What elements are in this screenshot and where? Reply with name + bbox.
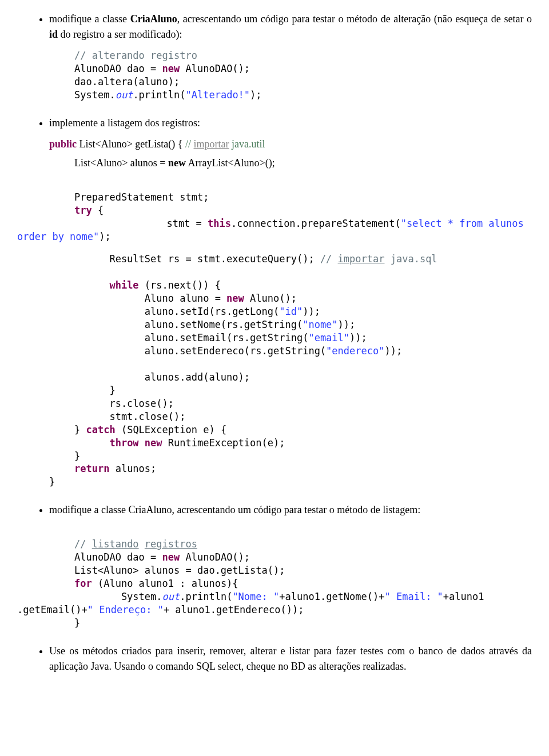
code-line: AlunoDAO(); [180,63,250,74]
static-out: out [116,89,133,101]
import-word: importar [193,138,229,150]
text: List<Aluno> alunos = [74,157,168,169]
code-line: ); [99,231,110,242]
code-line: .getEmail()+ [17,604,87,615]
code-line: System. [74,591,162,602]
code-line: rs.close(); [74,398,174,409]
code-block-altera: // alterando registro AlunoDAO dao = new… [74,49,532,102]
text: () { [168,138,185,150]
kw-this: this [208,218,231,229]
pkg: java.util [229,138,265,150]
text: List<Aluno> [77,138,135,150]
code-block-getlista: PreparedStatement stmt; try { stmt = thi… [17,178,532,489]
kw-public: public [49,138,77,150]
kw-try: try [74,205,92,216]
code-line: alunos.add(aluno); [74,371,250,383]
code-line: .connection.prepareStatement( [231,218,401,229]
import-word: importar [338,253,385,265]
code-line: .println( [133,89,185,101]
text: modifique a classe CriaAluno, acrescenta… [49,504,420,515]
code-line: )); [303,306,320,317]
text: Use os métodos criados para inserir, rem… [49,645,532,672]
string: "nome" [303,319,337,330]
code-line: aluno.setEndereco(rs.getString( [74,345,326,357]
text: , acrescentando um código para testar o … [177,13,532,25]
pkg: java.sql [384,253,437,265]
code-line: ResultSet rs = stmt.executeQuery(); [74,253,320,265]
text: ArrayList<Aluno>(); [186,157,275,169]
text: modifique a classe [49,13,130,25]
bullet-item-4: Use os métodos criados para inserir, rem… [49,643,532,674]
code-line: } [74,424,86,435]
string: " Endereço: " [87,604,164,615]
code-line: ); [250,89,261,101]
method-body-line: List<Aluno> alunos = new ArrayList<Aluno… [74,155,532,171]
code-line: AlunoDAO dao = [74,63,162,74]
code-line: .println( [180,591,232,602]
kw-throw: throw [109,437,138,449]
string: "endereco" [326,345,384,357]
code-line: alunos; [109,463,156,474]
code-line: aluno.setEmail(rs.getString( [74,332,308,343]
comment [139,538,145,550]
kw-new: new [168,157,186,169]
method-signature: public List<Aluno> getLista() { // impor… [49,137,532,152]
code-line: AlunoDAO dao = [74,551,162,563]
bullet-item-3: modifique a classe CriaAluno, acrescenta… [49,502,532,518]
bullet-item-2: implemente a listagem dos registros: [49,115,532,131]
code-line: AlunoDAO(); [180,551,250,563]
code-line: { [92,205,104,216]
code-line: +aluno1 [443,591,484,602]
kw-new: new [145,437,162,449]
code-line: RuntimeException(e); [162,437,285,449]
text: do registro a ser modificado): [58,29,182,40]
code-line: } [74,385,116,396]
code-line [74,437,109,449]
code-line: )); [384,345,402,357]
code-line: System. [74,89,116,101]
code-line: aluno.setNome(rs.getString( [74,319,303,330]
code-line: +aluno1.getNome()+ [279,591,384,602]
comment: // [320,253,338,265]
code-line: PreparedStatement stmt; [74,191,209,203]
kw-new: new [162,551,180,563]
id-word: id [49,29,58,40]
code-line: (SQLException e) { [116,424,226,435]
string: order by nome" [17,231,99,242]
kw-new: new [226,293,244,304]
code-line: aluno.setId(rs.getLong( [74,306,279,317]
static-out: out [162,591,180,602]
comment-word: listando [92,538,139,550]
method-name: getLista [135,138,168,150]
code-line: } [74,617,80,629]
code-line: + aluno1.getEndereco()); [164,604,304,615]
string: "Nome: " [232,591,279,602]
comment: // [185,138,194,150]
code-line: stmt.close(); [74,411,185,422]
code-line: (Aluno aluno1 : alunos){ [92,578,238,589]
string: "id" [279,306,303,317]
string: "select * from alunos [401,218,524,229]
code-line: Aluno(); [244,293,297,304]
code-block-listando: // listando registros AlunoDAO dao = new… [17,525,532,630]
string: " Email: " [385,591,443,602]
string: "email" [308,332,349,343]
code-line: } [49,476,55,487]
kw-for: for [74,578,92,589]
comment: // alterando registro [74,50,197,61]
kw-return: return [74,463,109,474]
bullet-item-1: modifique a classe CriaAluno, acrescenta… [49,11,532,42]
classname: CriaAluno [130,13,177,25]
code-line: dao.altera(aluno); [74,76,180,87]
code-line: (rs.next()) { [139,279,221,291]
code-line: List<Aluno> alunos = dao.getLista(); [74,565,285,576]
text: implemente a listagem dos registros: [49,117,200,129]
kw-new: new [162,63,180,74]
code-line: )); [338,319,356,330]
code-line: Aluno aluno = [74,293,226,304]
kw-catch: catch [86,424,115,435]
comment: // [74,538,92,550]
code-line: stmt = [132,218,208,229]
code-line [139,437,145,449]
comment-word: registros [145,538,197,550]
